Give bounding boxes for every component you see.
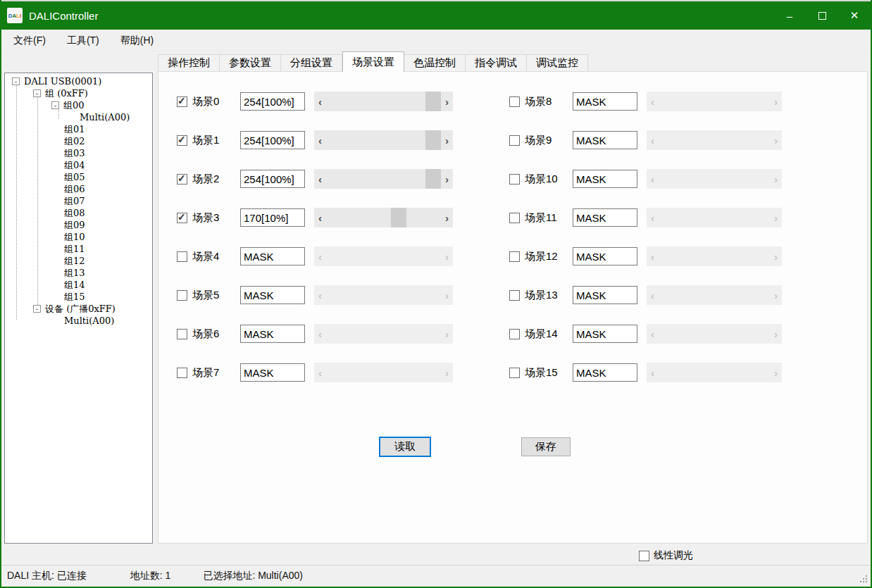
slider-left-arrow-icon[interactable]: ‹ (647, 169, 659, 189)
scene-value-input[interactable] (240, 247, 305, 265)
resize-grip-icon[interactable] (866, 581, 867, 582)
slider-left-arrow-icon[interactable]: ‹ (647, 324, 659, 344)
slider-right-arrow-icon[interactable]: › (770, 92, 782, 111)
slider-track[interactable] (659, 130, 770, 150)
slider-track[interactable] (659, 169, 770, 189)
scene-slider[interactable]: ‹› (647, 324, 782, 344)
slider-left-arrow-icon[interactable]: ‹ (647, 285, 659, 305)
slider-right-arrow-icon[interactable]: › (770, 324, 782, 344)
slider-right-arrow-icon[interactable]: › (441, 324, 453, 344)
scene-slider[interactable]: ‹› (314, 208, 453, 227)
scene-checkbox[interactable] (177, 329, 187, 339)
slider-right-arrow-icon[interactable]: › (770, 208, 782, 227)
slider-thumb[interactable] (425, 169, 441, 189)
slider-left-arrow-icon[interactable]: ‹ (314, 92, 326, 111)
slider-right-arrow-icon[interactable]: › (770, 169, 782, 189)
tree-item-13[interactable]: 组10 (5, 231, 152, 243)
scene-value-input[interactable] (240, 208, 305, 227)
tree-item-7[interactable]: 组04 (5, 159, 152, 171)
tab-0[interactable]: 操作控制 (158, 54, 220, 72)
scene-checkbox[interactable] (177, 174, 187, 184)
scene-slider[interactable]: ‹› (314, 285, 453, 305)
tree-item-5[interactable]: 组02 (5, 135, 152, 147)
slider-track[interactable] (659, 363, 770, 382)
scene-value-input[interactable] (240, 363, 305, 382)
tree-expander-icon[interactable]: - (51, 101, 59, 109)
tree-item-16[interactable]: 组13 (5, 267, 152, 279)
scene-slider[interactable]: ‹› (647, 363, 782, 382)
tree-item-18[interactable]: 组15 (5, 291, 152, 303)
tree-item-14[interactable]: 组11 (5, 243, 152, 255)
slider-track[interactable] (326, 130, 441, 150)
scene-checkbox[interactable] (177, 213, 187, 223)
slider-right-arrow-icon[interactable]: › (441, 246, 453, 266)
scene-slider[interactable]: ‹› (647, 92, 782, 111)
slider-track[interactable] (326, 92, 441, 111)
scene-checkbox[interactable] (177, 96, 187, 107)
tree-expander-icon[interactable]: - (33, 305, 41, 313)
slider-right-arrow-icon[interactable]: › (441, 130, 453, 150)
slider-track[interactable] (659, 208, 770, 227)
scene-value-input[interactable] (240, 131, 305, 149)
slider-left-arrow-icon[interactable]: ‹ (314, 169, 326, 189)
slider-left-arrow-icon[interactable]: ‹ (314, 363, 326, 382)
scene-slider[interactable]: ‹› (314, 246, 453, 266)
slider-track[interactable] (326, 363, 441, 382)
tree-item-3[interactable]: Multi(A00) (5, 111, 152, 123)
scene-value-input[interactable] (573, 131, 637, 149)
scene-checkbox[interactable] (177, 368, 187, 378)
slider-left-arrow-icon[interactable]: ‹ (647, 363, 659, 382)
slider-track[interactable] (326, 208, 441, 227)
slider-track[interactable] (659, 92, 770, 111)
slider-left-arrow-icon[interactable]: ‹ (314, 285, 326, 305)
scene-checkbox[interactable] (177, 135, 187, 146)
scene-checkbox[interactable] (177, 290, 187, 301)
scene-value-input[interactable] (573, 170, 637, 188)
slider-left-arrow-icon[interactable]: ‹ (647, 246, 659, 266)
slider-left-arrow-icon[interactable]: ‹ (314, 130, 326, 150)
slider-track[interactable] (326, 324, 441, 344)
tree-item-1[interactable]: -组 (0xFF) (5, 87, 152, 99)
slider-right-arrow-icon[interactable]: › (441, 169, 453, 189)
slider-left-arrow-icon[interactable]: ‹ (314, 324, 326, 344)
slider-right-arrow-icon[interactable]: › (770, 246, 782, 266)
scene-checkbox[interactable] (509, 213, 520, 223)
slider-right-arrow-icon[interactable]: › (441, 92, 453, 111)
scene-slider[interactable]: ‹› (314, 92, 453, 111)
tree-item-10[interactable]: 组07 (5, 195, 152, 207)
tree-expander-icon[interactable]: - (12, 77, 20, 85)
slider-track[interactable] (326, 169, 441, 189)
scene-value-input[interactable] (240, 325, 305, 343)
scene-slider[interactable]: ‹› (647, 208, 782, 227)
menu-item-1[interactable]: 工具(T) (59, 32, 107, 50)
scene-value-input[interactable] (573, 247, 637, 265)
slider-left-arrow-icon[interactable]: ‹ (647, 92, 659, 111)
scene-value-input[interactable] (573, 286, 637, 304)
slider-right-arrow-icon[interactable]: › (770, 285, 782, 305)
tree-item-20[interactable]: Multi(A00) (5, 315, 152, 327)
scene-slider[interactable]: ‹› (314, 363, 453, 382)
tree-item-12[interactable]: 组09 (5, 219, 152, 231)
scene-slider[interactable]: ‹› (314, 130, 453, 150)
menu-item-2[interactable]: 帮助(H) (113, 32, 161, 50)
slider-left-arrow-icon[interactable]: ‹ (647, 130, 659, 150)
scene-value-input[interactable] (573, 363, 637, 382)
scene-checkbox[interactable] (509, 96, 520, 107)
scene-value-input[interactable] (573, 208, 637, 227)
tab-6[interactable]: 调试监控 (527, 54, 588, 72)
tree-item-15[interactable]: 组12 (5, 255, 152, 267)
tree-item-4[interactable]: 组01 (5, 123, 152, 135)
tab-1[interactable]: 参数设置 (220, 54, 281, 72)
save-button[interactable]: 保存 (521, 437, 571, 456)
slider-track[interactable] (326, 246, 441, 266)
scene-value-input[interactable] (573, 92, 637, 111)
slider-right-arrow-icon[interactable]: › (441, 208, 453, 227)
slider-right-arrow-icon[interactable]: › (441, 285, 453, 305)
slider-left-arrow-icon[interactable]: ‹ (647, 208, 659, 227)
scene-checkbox[interactable] (509, 174, 520, 184)
tab-2[interactable]: 分组设置 (281, 54, 342, 72)
slider-left-arrow-icon[interactable]: ‹ (314, 208, 326, 227)
scene-checkbox[interactable] (509, 368, 520, 378)
tab-5[interactable]: 指令调试 (466, 54, 527, 72)
close-button[interactable]: ✕ (838, 1, 871, 30)
